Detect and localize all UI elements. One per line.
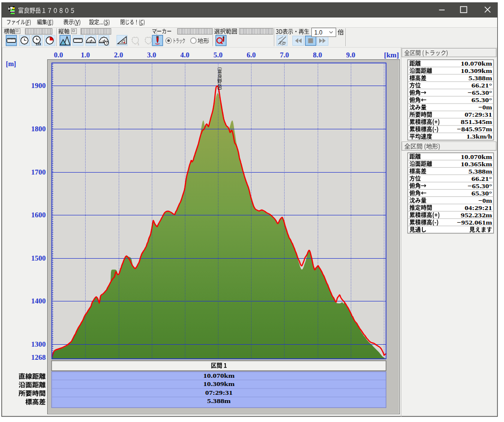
svg-text:1.0: 1.0 [314, 29, 323, 36]
svg-text:5.388m: 5.388m [468, 168, 492, 175]
svg-text:10.070km: 10.070km [461, 153, 492, 160]
svg-text:66.21°: 66.21° [471, 82, 492, 89]
svg-text:07:29:31: 07:29:31 [205, 389, 233, 396]
svg-text:6.0: 6.0 [247, 51, 256, 59]
svg-text:[km]: [km] [384, 51, 399, 59]
svg-text:3.0: 3.0 [147, 51, 156, 59]
svg-text:1: 1 [138, 42, 140, 46]
svg-text:−65.30°: −65.30° [468, 89, 492, 96]
svg-text:10.309km: 10.309km [203, 380, 234, 387]
svg-text:04:29:21: 04:29:21 [465, 204, 492, 211]
svg-text:8.0: 8.0 [313, 51, 322, 59]
svg-text:4.0: 4.0 [180, 51, 190, 59]
svg-text:1600: 1600 [31, 211, 46, 219]
svg-text:o: o [282, 42, 284, 46]
svg-text:−65.30°: −65.30° [468, 182, 492, 190]
svg-text:1900: 1900 [31, 82, 46, 89]
svg-text:−0m: −0m [478, 197, 492, 204]
svg-text:07:29:31: 07:29:31 [465, 111, 492, 118]
svg-text:10.365km: 10.365km [461, 160, 492, 168]
svg-text:−0m: −0m [478, 104, 492, 111]
svg-text:1700: 1700 [31, 168, 46, 176]
svg-text:−845.957m: −845.957m [457, 125, 492, 133]
svg-text:7.0: 7.0 [280, 51, 289, 59]
svg-text:10.070km: 10.070km [461, 60, 492, 67]
svg-text:851.345m: 851.345m [461, 118, 492, 125]
svg-text:5.0: 5.0 [214, 51, 223, 59]
svg-text:−952.061m: −952.061m [457, 219, 492, 226]
svg-text:10.070km: 10.070km [203, 372, 234, 379]
svg-text:66.21°: 66.21° [471, 175, 492, 182]
svg-text:1.3km/h: 1.3km/h [467, 133, 492, 140]
svg-text:[m]: [m] [6, 60, 16, 68]
svg-text:952.232m: 952.232m [461, 211, 492, 219]
svg-text:5.388m: 5.388m [468, 74, 492, 82]
svg-text:9.0: 9.0 [346, 51, 356, 59]
svg-text:1800: 1800 [31, 125, 46, 133]
svg-text:123: 123 [36, 42, 41, 46]
svg-text:0.0: 0.0 [54, 51, 63, 59]
svg-text:65.30°: 65.30° [471, 96, 492, 104]
svg-text:1.0: 1.0 [81, 51, 90, 59]
svg-text:65.30°: 65.30° [471, 190, 492, 197]
svg-text:1400: 1400 [31, 297, 46, 305]
svg-text:1268: 1268 [31, 353, 46, 361]
svg-text:1300: 1300 [31, 340, 46, 348]
svg-text:.: . [151, 42, 152, 46]
svg-text:1500: 1500 [31, 254, 46, 262]
svg-text:10.309km: 10.309km [461, 67, 492, 74]
svg-text:2.0: 2.0 [114, 51, 123, 59]
svg-text:5.388m: 5.388m [207, 397, 231, 404]
